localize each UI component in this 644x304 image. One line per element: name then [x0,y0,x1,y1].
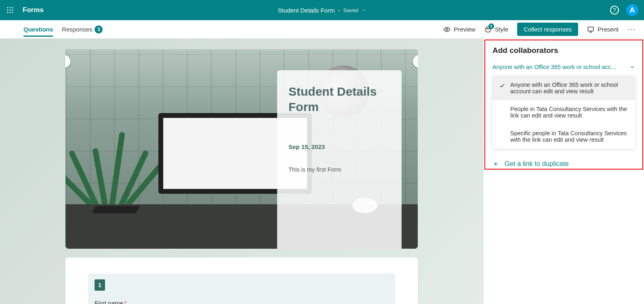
style-button[interactable]: $ Style [484,26,508,33]
svg-point-9 [446,28,448,30]
plus-icon [492,161,499,167]
tab-responses[interactable]: Responses 3 [62,21,103,38]
form-canvas: 1 Student Details Form Sep 15, 2023 This… [0,39,483,304]
svg-point-5 [12,10,13,11]
preview-button[interactable]: Preview [443,26,475,33]
svg-point-6 [7,12,8,13]
collab-option-specific[interactable]: Specific people in Tata Consultancy Serv… [492,124,635,149]
svg-point-0 [7,7,8,8]
responses-count-badge: 3 [95,25,103,34]
collab-option-org[interactable]: People in Tata Consultancy Services with… [492,100,635,124]
toolbar-right: Preview $ Style Collect responses Presen… [443,23,644,36]
required-mark: * [124,300,127,304]
app-launcher[interactable] [0,6,20,14]
question-text: First name [95,300,123,304]
avatar[interactable]: A [626,4,638,16]
style-badge: $ [488,23,494,29]
option-label: Anyone with an Office 365 work or school… [510,82,629,94]
svg-point-2 [12,7,13,8]
collab-option-anyone[interactable]: Anyone with an Office 365 work or school… [492,76,635,100]
more-options[interactable]: ··· [627,25,636,34]
toolbar: Questions Responses 3 Preview $ Style Co… [0,20,644,39]
svg-rect-13 [588,27,594,31]
question-number: 1 [95,279,105,291]
eye-icon [443,26,450,33]
help-icon[interactable]: ? [610,6,619,15]
question-inner: 1 First name* [88,274,395,304]
option-label: Specific people in Tata Consultancy Serv… [510,130,629,143]
collaborator-scope-dropdown[interactable]: Anyone with an Office 365 work or school… [492,64,635,70]
form-header-image: 1 Student Details Form Sep 15, 2023 This… [65,49,418,249]
preview-label: Preview [454,26,475,33]
form-description: This is my first Form [288,166,390,173]
present-icon [587,26,594,33]
chevron-down-icon [629,64,635,70]
present-label: Present [598,26,619,33]
svg-point-4 [10,10,11,11]
tab-questions[interactable]: Questions [23,22,53,37]
question-label: First name* [95,300,389,304]
option-label: People in Tata Consultancy Services with… [510,106,629,119]
check-icon [499,82,505,90]
pause-icon [65,59,67,64]
collect-responses-button[interactable]: Collect responses [517,23,578,36]
brand-label[interactable]: Forms [23,6,44,14]
collaborators-panel: Add collaborators Anyone with an Office … [483,39,644,304]
svg-point-7 [10,12,11,13]
header-right: ? A [610,4,644,16]
form-title[interactable]: Student Details Form [278,7,335,14]
tab-responses-label: Responses [62,26,92,33]
waffle-icon [6,6,14,14]
save-status: Saved [343,7,358,13]
title-separator: - [338,7,340,14]
question-card-1[interactable]: 1 First name* [65,258,418,304]
style-label: Style [495,26,508,33]
main-layout: 1 Student Details Form Sep 15, 2023 This… [0,39,644,304]
form-title-card[interactable]: Student Details Form Sep 15, 2023 This i… [277,70,402,249]
collaborator-options: Anyone with an Office 365 work or school… [492,76,635,149]
duplicate-link[interactable]: Get a link to duplicate [492,160,635,168]
panel-heading: Add collaborators [492,46,635,55]
svg-point-8 [12,12,13,13]
form-date: Sep 15, 2023 [288,143,390,150]
app-header: Forms Student Details Form - Saved ? A [0,0,644,20]
title-dropdown[interactable] [361,7,366,14]
present-button[interactable]: Present [587,26,619,33]
form-heading: Student Details Form [288,84,390,114]
svg-point-11 [486,28,487,29]
duplicate-label: Get a link to duplicate [505,160,569,168]
svg-point-1 [10,7,11,8]
main-tabs: Questions Responses 3 [0,21,103,38]
dropdown-selected-label: Anyone with an Office 365 work or school… [492,64,618,70]
lightning-icon [417,59,418,64]
form-wrap: 1 Student Details Form Sep 15, 2023 This… [65,49,418,304]
header-title-group: Student Details Form - Saved [278,7,366,14]
svg-point-3 [7,10,8,11]
